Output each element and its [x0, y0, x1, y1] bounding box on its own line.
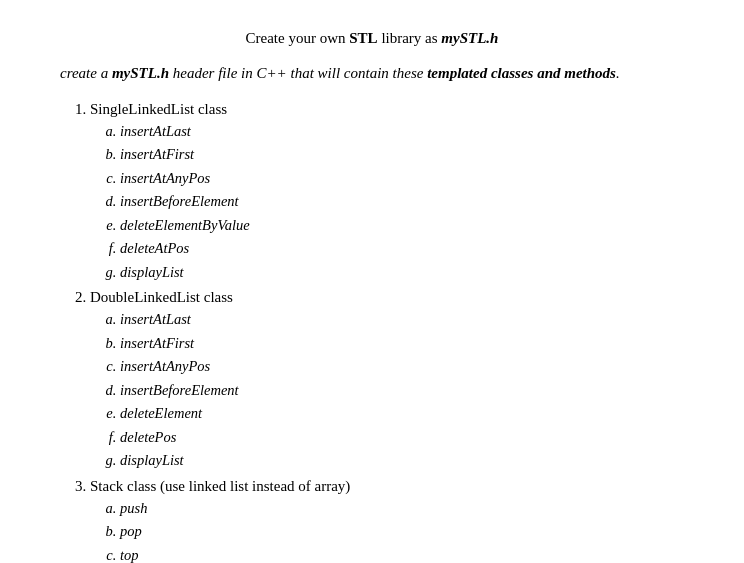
- sub-list-1: insertAtLastinsertAtFirstinsertAtAnyPosi…: [120, 308, 684, 471]
- method-item-0-5: deleteAtPos: [120, 237, 684, 259]
- method-item-1-1: insertAtFirst: [120, 332, 684, 354]
- section-label-2: Stack class (use linked list instead of …: [90, 478, 350, 494]
- section-item-0: SingleLinkedList classinsertAtLastinsert…: [90, 101, 684, 283]
- method-item-2-1: pop: [120, 520, 684, 542]
- intro-prefix: create a: [60, 65, 112, 81]
- method-item-1-3: insertBeforeElement: [120, 379, 684, 401]
- intro-paragraph: create a mySTL.h header file in C++ that…: [60, 61, 684, 85]
- title-italic-bold: mySTL.h: [441, 30, 498, 46]
- section-item-1: DoubleLinkedList classinsertAtLastinsert…: [90, 289, 684, 471]
- method-item-0-1: insertAtFirst: [120, 143, 684, 165]
- method-item-0-3: insertBeforeElement: [120, 190, 684, 212]
- method-item-1-0: insertAtLast: [120, 308, 684, 330]
- section-item-2: Stack class (use linked list instead of …: [90, 478, 684, 563]
- method-item-0-0: insertAtLast: [120, 120, 684, 142]
- intro-suffix: .: [616, 65, 620, 81]
- intro-italic-bold2: templated classes and methods: [427, 65, 616, 81]
- method-item-1-4: deleteElement: [120, 402, 684, 424]
- method-item-2-2: top: [120, 544, 684, 564]
- title-prefix: Create your own: [246, 30, 350, 46]
- section-label-0: SingleLinkedList class: [90, 101, 227, 117]
- intro-middle: header file in C++ that will contain the…: [169, 65, 427, 81]
- sub-list-2: pushpoptop: [120, 497, 684, 563]
- method-item-0-2: insertAtAnyPos: [120, 167, 684, 189]
- main-list: SingleLinkedList classinsertAtLastinsert…: [90, 101, 684, 563]
- section-label-1: DoubleLinkedList class: [90, 289, 233, 305]
- method-item-2-0: push: [120, 497, 684, 519]
- title-bold: STL: [349, 30, 377, 46]
- method-item-0-6: displayList: [120, 261, 684, 283]
- page-title: Create your own STL library as mySTL.h: [60, 30, 684, 47]
- sub-list-0: insertAtLastinsertAtFirstinsertAtAnyPosi…: [120, 120, 684, 283]
- method-item-1-5: deletePos: [120, 426, 684, 448]
- method-item-1-6: displayList: [120, 449, 684, 471]
- method-item-1-2: insertAtAnyPos: [120, 355, 684, 377]
- title-middle: library as: [378, 30, 442, 46]
- intro-italic-bold1: mySTL.h: [112, 65, 169, 81]
- method-item-0-4: deleteElementByValue: [120, 214, 684, 236]
